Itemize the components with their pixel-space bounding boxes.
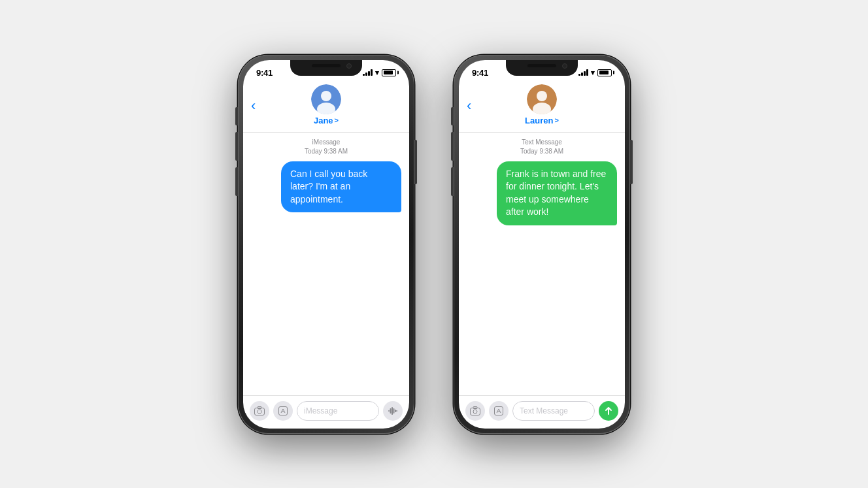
phone-2-appstore-button[interactable] [489, 401, 509, 421]
phone-1-appstore-button[interactable] [273, 401, 293, 421]
phone-1-header: ‹ Jane > [243, 80, 409, 133]
phone-2-camera-button[interactable] [465, 401, 485, 421]
phone-1-wifi-icon: ▾ [375, 69, 379, 77]
phone-1-contact-name[interactable]: Jane > [314, 116, 339, 125]
svg-point-4 [258, 410, 261, 414]
svg-rect-6 [279, 406, 288, 415]
phone-1-back-button[interactable]: ‹ [251, 99, 256, 113]
phone-2-battery-fill [599, 71, 609, 74]
phone-2-status-icons: ▾ [578, 69, 612, 77]
phone-2-speaker [527, 64, 556, 67]
phone-1-avatar[interactable] [311, 84, 341, 114]
phone-2-notch [506, 60, 578, 76]
phone-2-back-button[interactable]: ‹ [467, 99, 471, 113]
phone-1: 9:41 ▾ ‹ Jane [238, 55, 414, 434]
phone-2-message-area: Text Message Today 9:38 AM Frank is in t… [459, 133, 625, 395]
phone-1-input-bar: iMessage [243, 395, 409, 429]
phone-1-message-area: iMessage Today 9:38 AM Can I call you ba… [243, 133, 409, 395]
phone-2-input-bar: Text Message [459, 395, 625, 429]
phone-2-wifi-icon: ▾ [591, 69, 595, 77]
phone-1-battery-icon [382, 69, 396, 76]
phone-1-speaker [312, 64, 341, 67]
phone-1-audio-button[interactable] [383, 401, 403, 421]
phone-2-vol-up-btn [451, 132, 454, 161]
phone-1-screen: 9:41 ▾ ‹ Jane [243, 60, 409, 429]
phone-1-mute-btn [235, 107, 238, 125]
phone-1-power-btn [414, 140, 417, 184]
phone-2-battery-icon [597, 69, 612, 76]
phone-1-battery-fill [384, 71, 393, 74]
phone-1-contact-chevron: > [335, 116, 339, 124]
phone-1-status-icons: ▾ [363, 69, 396, 77]
phone-2-msg-type-label: Text Message Today 9:38 AM [520, 138, 563, 156]
phone-1-vol-down-btn [235, 167, 238, 196]
phone-1-camera [346, 63, 352, 69]
phone-1-signal [363, 69, 373, 76]
phone-1-input-field[interactable]: iMessage [297, 401, 379, 421]
phone-1-msg-type-label: iMessage Today 9:38 AM [305, 138, 348, 156]
phone-1-message-bubble: Can I call you back later? I'm at an app… [281, 161, 401, 213]
phone-2-signal [578, 69, 588, 76]
phone-2-input-field[interactable]: Text Message [512, 401, 595, 421]
phone-2-vol-down-btn [451, 167, 454, 196]
svg-rect-20 [495, 406, 503, 415]
phone-2-message-bubble: Frank is in town and free for dinner ton… [497, 161, 617, 225]
phone-2-header: ‹ Lauren > [459, 80, 625, 133]
phone-2-screen: 9:41 ▾ ‹ Lauren [459, 60, 625, 429]
svg-point-18 [473, 410, 477, 414]
phone-2-time: 9:41 [472, 68, 488, 78]
svg-rect-17 [471, 408, 480, 415]
svg-point-1 [321, 91, 331, 101]
phone-1-camera-button[interactable] [250, 401, 269, 421]
phone-2-power-btn [630, 140, 633, 184]
phone-2-contact-name[interactable]: Lauren > [525, 116, 559, 125]
phone-2-camera [562, 63, 567, 69]
phone-1-time: 9:41 [256, 68, 273, 78]
phone-2-send-button[interactable] [599, 401, 618, 421]
phone-1-notch [290, 60, 362, 76]
phone-2-mute-btn [451, 107, 454, 125]
phone-2-contact-chevron: > [554, 116, 558, 124]
phone-2: 9:41 ▾ ‹ Lauren [454, 55, 630, 434]
phone-2-avatar[interactable] [527, 84, 557, 114]
phone-1-vol-up-btn [235, 132, 238, 161]
svg-point-15 [537, 91, 547, 101]
svg-rect-3 [255, 408, 265, 415]
